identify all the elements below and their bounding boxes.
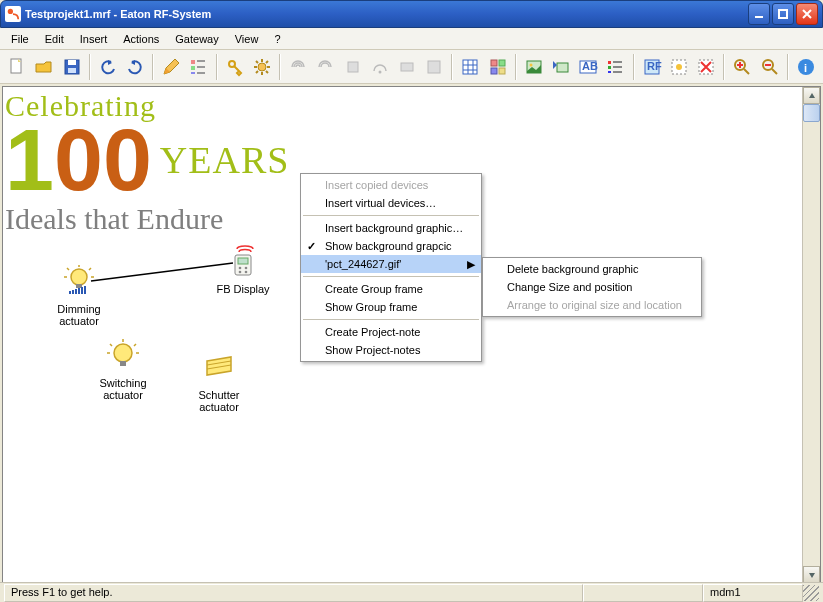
pencil-icon[interactable] — [158, 53, 184, 81]
separator — [303, 276, 479, 277]
device-switching[interactable]: Switching actuator — [95, 339, 151, 401]
delete-mask-icon[interactable] — [693, 53, 719, 81]
zoom-out-button[interactable] — [756, 53, 782, 81]
separator — [303, 319, 479, 320]
device-schutter[interactable]: Schutter actuator — [191, 351, 247, 413]
list2-icon[interactable] — [602, 53, 628, 81]
open-button[interactable] — [31, 53, 57, 81]
ctx-insert-copied: Insert copied devices — [301, 176, 481, 194]
abc-icon[interactable]: ABC — [575, 53, 601, 81]
svg-rect-17 — [401, 63, 413, 71]
window-buttons — [748, 3, 818, 25]
menu-file[interactable]: File — [4, 31, 36, 47]
ctx-show-notes[interactable]: Show Project-notes — [301, 341, 481, 359]
resize-grip[interactable] — [803, 585, 819, 601]
svg-point-14 — [258, 63, 266, 71]
svg-rect-51 — [84, 286, 86, 294]
zoom-in-button[interactable] — [729, 53, 755, 81]
ctx-current-gif[interactable]: 'pct_244627.gif'▶ — [301, 255, 481, 273]
svg-rect-26 — [557, 63, 568, 72]
signal2-icon[interactable] — [312, 53, 338, 81]
grid1-icon[interactable] — [457, 53, 483, 81]
close-button[interactable] — [796, 3, 818, 25]
ctx-label: Show background grapcic — [325, 240, 452, 252]
signal1-icon[interactable] — [285, 53, 311, 81]
svg-point-59 — [245, 271, 248, 274]
ctx-insert-bg[interactable]: Insert background graphic… — [301, 219, 481, 237]
svg-rect-9 — [191, 72, 195, 74]
maximize-button[interactable] — [772, 3, 794, 25]
scroll-thumb[interactable] — [803, 104, 820, 122]
info-button[interactable]: i — [793, 53, 819, 81]
status-hint: Press F1 to get help. — [4, 584, 583, 602]
statusbar: Press F1 to get help. mdm1 — [0, 582, 823, 602]
shutter-icon — [201, 351, 237, 387]
mask-icon[interactable] — [666, 53, 692, 81]
menu-insert[interactable]: Insert — [73, 31, 115, 47]
menubar: File Edit Insert Actions Gateway View ? — [0, 28, 823, 50]
menu-help[interactable]: ? — [267, 31, 287, 47]
key-icon[interactable] — [222, 53, 248, 81]
device-fbdisplay[interactable]: FB Display — [213, 245, 273, 295]
ctx-delete-bg[interactable]: Delete background graphic — [483, 260, 701, 278]
svg-rect-5 — [68, 60, 76, 65]
svg-point-16 — [378, 70, 381, 73]
status-empty — [583, 584, 703, 602]
svg-point-38 — [676, 64, 682, 70]
gear-icon[interactable] — [249, 53, 275, 81]
list-icon[interactable] — [185, 53, 211, 81]
canvas-wrap: Celebrating 1 00 YEARS Ideals that Endur… — [2, 86, 821, 602]
device-label: Schutter actuator — [191, 389, 247, 413]
ctx-change-size[interactable]: Change Size and position — [483, 278, 701, 296]
svg-rect-6 — [68, 68, 76, 73]
image-icon[interactable] — [521, 53, 547, 81]
menu-actions[interactable]: Actions — [116, 31, 166, 47]
ctx-insert-virtual[interactable]: Insert virtual devices… — [301, 194, 481, 212]
grid2-icon[interactable] — [485, 53, 511, 81]
arrow-image-icon[interactable] — [548, 53, 574, 81]
bulb-icon — [61, 265, 97, 301]
svg-rect-29 — [608, 61, 611, 64]
redo-button[interactable] — [122, 53, 148, 81]
svg-rect-48 — [75, 289, 77, 294]
undo-button[interactable] — [95, 53, 121, 81]
menu-edit[interactable]: Edit — [38, 31, 71, 47]
canvas[interactable]: Celebrating 1 00 YEARS Ideals that Endur… — [3, 87, 802, 583]
device-label: Dimming actuator — [51, 303, 107, 327]
bulb-icon — [105, 339, 141, 375]
big-00: 00 — [54, 123, 152, 198]
signal3-icon[interactable] — [339, 53, 365, 81]
svg-rect-15 — [348, 62, 358, 72]
signal5-icon[interactable] — [394, 53, 420, 81]
big-1: 1 — [5, 123, 54, 198]
vertical-scrollbar[interactable] — [802, 87, 820, 583]
ctx-create-note[interactable]: Create Project-note — [301, 323, 481, 341]
svg-rect-30 — [608, 66, 611, 69]
signal6-icon[interactable] — [421, 53, 447, 81]
titlebar: Testprojekt1.mrf - Eaton RF-System — [0, 0, 823, 28]
device-dimming[interactable]: Dimming actuator — [51, 265, 107, 327]
menu-view[interactable]: View — [228, 31, 266, 47]
minimize-button[interactable] — [748, 3, 770, 25]
scroll-up-button[interactable] — [803, 87, 820, 104]
svg-rect-11 — [197, 66, 205, 68]
svg-point-56 — [239, 267, 242, 270]
svg-rect-46 — [69, 291, 71, 294]
years-text: YEARS — [160, 138, 290, 182]
signal4-icon[interactable] — [367, 53, 393, 81]
svg-rect-55 — [238, 258, 248, 264]
save-button[interactable] — [58, 53, 84, 81]
svg-rect-7 — [191, 60, 195, 64]
scroll-down-button[interactable] — [803, 566, 820, 583]
svg-rect-49 — [78, 288, 80, 294]
ctx-show-group[interactable]: Show Group frame — [301, 298, 481, 316]
svg-rect-19 — [463, 60, 477, 74]
rf-icon[interactable]: RF — [639, 53, 665, 81]
app-icon — [5, 6, 21, 22]
link-line — [91, 263, 233, 281]
new-button[interactable] — [4, 53, 30, 81]
ctx-show-bg[interactable]: ✓Show background grapcic — [301, 237, 481, 255]
ctx-create-group[interactable]: Create Group frame — [301, 280, 481, 298]
svg-rect-21 — [499, 60, 505, 66]
menu-gateway[interactable]: Gateway — [168, 31, 225, 47]
